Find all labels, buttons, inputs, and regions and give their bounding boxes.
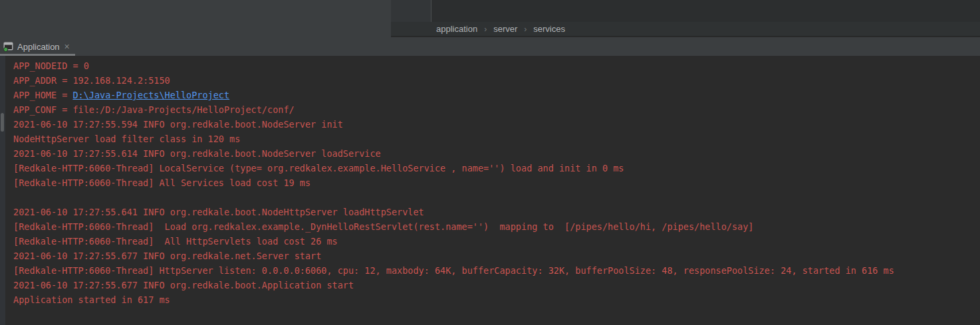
console-text: APP_ADDR = 192.168.124.2:5150	[13, 75, 170, 86]
console-text: APP_HOME =	[13, 90, 72, 100]
editor-pane-left[interactable]	[0, 0, 391, 37]
console-text: 2021-06-10 17:27:55.614 INFO org.redkale…	[13, 148, 381, 159]
console-text: 2021-06-10 17:27:55.677 INFO org.redkale…	[13, 251, 321, 261]
console-line: 2021-06-10 17:27:55.614 INFO org.redkale…	[13, 146, 894, 161]
console-line: 2021-06-10 17:27:55.641 INFO org.redkale…	[13, 205, 894, 219]
console-line: APP_NODEID = 0	[13, 58, 894, 73]
console-line: NodeHttpServer load filter class in 120 …	[13, 132, 894, 146]
console-text: [Redkale-HTTP:6060-Thread] LocalService …	[13, 163, 624, 173]
console-line: [Redkale-HTTP:6060-Thread] HttpServer li…	[13, 263, 894, 278]
console-output: APP_NODEID = 0APP_ADDR = 192.168.124.2:5…	[13, 58, 894, 307]
console-text: Application started in 617 ms	[13, 294, 170, 305]
console-text: APP_CONF = file:/D:/Java-Projects/HelloP…	[13, 104, 295, 115]
console-line: 2021-06-10 17:27:55.677 INFO org.redkale…	[13, 249, 894, 263]
breadcrumb-separator-icon: ›	[524, 25, 527, 34]
breadcrumb-separator-icon: ›	[484, 25, 487, 34]
console-scrollbar-thumb[interactable]	[1, 113, 4, 132]
tab-application[interactable]: Application ×	[0, 37, 75, 56]
run-console-icon	[3, 41, 14, 52]
console-line: [Redkale-HTTP:6060-Thread] Load org.redk…	[13, 219, 894, 234]
breadcrumb-item-services[interactable]: services	[533, 24, 565, 34]
breadcrumb: application›server›services	[391, 22, 980, 37]
console-line: [Redkale-HTTP:6060-Thread] All HttpServl…	[13, 234, 894, 249]
editor-pane-right	[431, 0, 980, 22]
console-line: [Redkale-HTTP:6060-Thread] All Services …	[13, 175, 894, 190]
console-line: APP_HOME = D:\Java-Projects\HelloProject	[13, 88, 894, 102]
console-text: NodeHttpServer load filter class in 120 …	[13, 134, 240, 144]
breadcrumb-item-server[interactable]: server	[493, 24, 517, 34]
tab-close-icon[interactable]: ×	[64, 42, 70, 51]
console-line: 2021-06-10 17:27:55.594 INFO org.redkale…	[13, 117, 894, 132]
file-path-link[interactable]: D:\Java-Projects\HelloProject	[72, 90, 229, 100]
console-line: Application started in 617 ms	[13, 292, 894, 307]
console-line	[13, 190, 894, 205]
run-tab-bar: Application ×	[0, 37, 980, 56]
tab-application-label: Application	[17, 42, 60, 52]
breadcrumb-item-application[interactable]: application	[436, 24, 477, 34]
console-line: 2021-06-10 17:27:55.677 INFO org.redkale…	[13, 278, 894, 292]
console-line: APP_CONF = file:/D:/Java-Projects/HelloP…	[13, 102, 894, 117]
editor-pane-middle	[391, 0, 431, 22]
console-text: 2021-06-10 17:27:55.641 INFO org.redkale…	[13, 207, 424, 217]
console-text: APP_NODEID = 0	[13, 60, 89, 71]
console-gutter	[0, 56, 5, 325]
console-line: APP_ADDR = 192.168.124.2:5150	[13, 73, 894, 88]
console-text: [Redkale-HTTP:6060-Thread] HttpServer li…	[13, 265, 894, 276]
console-text: [Redkale-HTTP:6060-Thread] Load org.redk…	[13, 221, 754, 232]
console-text: [Redkale-HTTP:6060-Thread] All HttpServl…	[13, 236, 338, 247]
console-text: 2021-06-10 17:27:55.594 INFO org.redkale…	[13, 119, 343, 130]
console-panel[interactable]: APP_NODEID = 0APP_ADDR = 192.168.124.2:5…	[0, 56, 980, 325]
console-text: 2021-06-10 17:27:55.677 INFO org.redkale…	[13, 280, 354, 290]
console-line: [Redkale-HTTP:6060-Thread] LocalService …	[13, 161, 894, 175]
console-text: [Redkale-HTTP:6060-Thread] All Services …	[13, 177, 310, 188]
